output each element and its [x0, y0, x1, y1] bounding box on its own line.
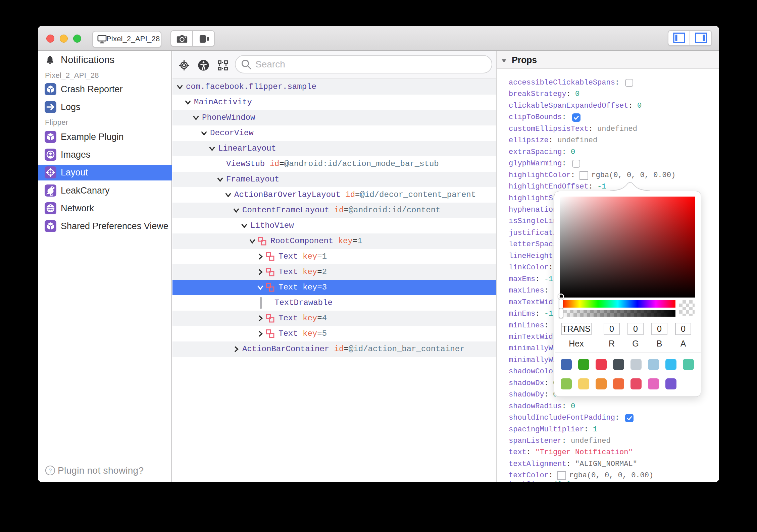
- svg-text:?: ?: [49, 468, 52, 474]
